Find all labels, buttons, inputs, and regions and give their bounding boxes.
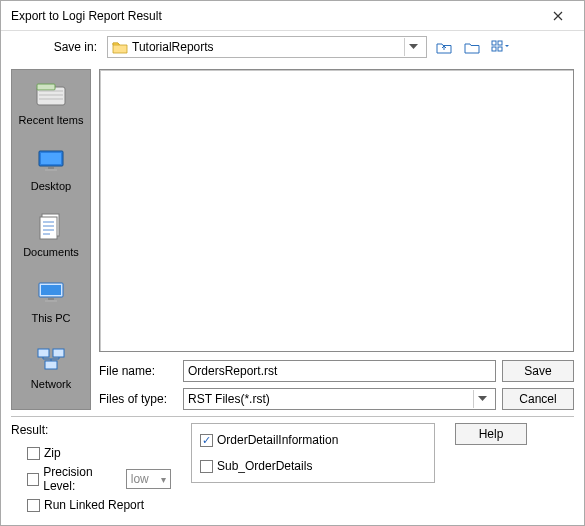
zip-checkbox[interactable] [27, 447, 40, 460]
sidebar-item-network[interactable]: Network [12, 344, 90, 390]
result-options: Result: Zip Precision Level: low ▾ Run L… [11, 423, 171, 515]
help-button[interactable]: Help [455, 423, 527, 445]
result-panel: Result: Zip Precision Level: low ▾ Run L… [11, 416, 574, 515]
folder-icon [112, 40, 128, 54]
sidebar-item-label: Recent Items [19, 114, 84, 126]
svg-rect-16 [38, 349, 49, 357]
precision-checkbox[interactable] [27, 473, 39, 486]
chevron-down-icon [473, 390, 491, 408]
svg-rect-17 [53, 349, 64, 357]
svg-rect-7 [41, 153, 61, 164]
locations-sidebar: Recent Items Desktop Documents This PC [11, 69, 91, 410]
sidebar-item-label: Desktop [31, 180, 71, 192]
save-in-row: Save in: TutorialReports [1, 31, 584, 63]
recent-items-icon [33, 80, 69, 110]
desktop-icon [33, 146, 69, 176]
filetype-row: Files of type: RST Files(*.rst) Cancel [99, 388, 574, 410]
filetype-combobox[interactable]: RST Files(*.rst) [183, 388, 496, 410]
svg-rect-14 [48, 298, 54, 300]
svg-rect-8 [48, 167, 54, 169]
new-folder-icon [464, 40, 480, 54]
svg-rect-9 [45, 169, 57, 171]
detail2-label: Sub_OrderDetails [217, 459, 312, 473]
chevron-down-icon [404, 38, 422, 56]
svg-rect-5 [37, 84, 55, 90]
zip-label: Zip [44, 446, 61, 460]
svg-rect-2 [492, 47, 496, 51]
save-button[interactable]: Save [502, 360, 574, 382]
detail1-checkbox[interactable]: ✓ [200, 434, 213, 447]
sidebar-item-label: Documents [23, 246, 79, 258]
sidebar-item-label: Network [31, 378, 71, 390]
view-grid-icon [491, 40, 509, 54]
body-main: Recent Items Desktop Documents This PC [1, 63, 584, 416]
close-icon [553, 11, 563, 21]
view-menu-button[interactable] [489, 36, 511, 58]
filename-input[interactable] [183, 360, 496, 382]
precision-value: low [131, 472, 149, 486]
export-dialog: Export to Logi Report Result Save in: Tu… [0, 0, 585, 526]
cancel-button[interactable]: Cancel [502, 388, 574, 410]
network-icon [33, 344, 69, 374]
linked-reports-box: ✓ OrderDetailInformation Sub_OrderDetail… [191, 423, 435, 483]
svg-rect-11 [40, 217, 57, 239]
window-title: Export to Logi Report Result [11, 9, 538, 23]
filename-label: File name: [99, 364, 177, 378]
documents-icon [33, 212, 69, 242]
run-linked-checkbox[interactable] [27, 499, 40, 512]
sidebar-item-recent[interactable]: Recent Items [12, 80, 90, 126]
sidebar-item-label: This PC [31, 312, 70, 324]
precision-label: Precision Level: [43, 465, 122, 493]
sidebar-item-documents[interactable]: Documents [12, 212, 90, 258]
svg-rect-0 [492, 41, 496, 45]
titlebar: Export to Logi Report Result [1, 1, 584, 31]
svg-rect-18 [45, 361, 57, 369]
detail1-label: OrderDetailInformation [217, 433, 338, 447]
up-folder-icon [436, 40, 452, 54]
filetype-label: Files of type: [99, 392, 177, 406]
svg-rect-13 [41, 285, 61, 295]
save-in-label: Save in: [11, 40, 101, 54]
svg-rect-15 [45, 300, 57, 302]
detail2-checkbox[interactable] [200, 460, 213, 473]
new-folder-button[interactable] [461, 36, 483, 58]
svg-rect-1 [498, 41, 502, 45]
save-in-value: TutorialReports [132, 40, 214, 54]
close-button[interactable] [538, 2, 578, 30]
precision-select[interactable]: low ▾ [126, 469, 171, 489]
result-header: Result: [11, 423, 171, 437]
up-folder-button[interactable] [433, 36, 455, 58]
chevron-down-icon: ▾ [161, 474, 166, 485]
filename-row: File name: Save [99, 360, 574, 382]
run-linked-label: Run Linked Report [44, 498, 144, 512]
sidebar-item-thispc[interactable]: This PC [12, 278, 90, 324]
main-column: File name: Save Files of type: RST Files… [99, 69, 574, 410]
sidebar-item-desktop[interactable]: Desktop [12, 146, 90, 192]
file-list-area[interactable] [99, 69, 574, 352]
svg-rect-3 [498, 47, 502, 51]
filetype-value: RST Files(*.rst) [188, 392, 270, 406]
save-in-combobox[interactable]: TutorialReports [107, 36, 427, 58]
thispc-icon [33, 278, 69, 308]
